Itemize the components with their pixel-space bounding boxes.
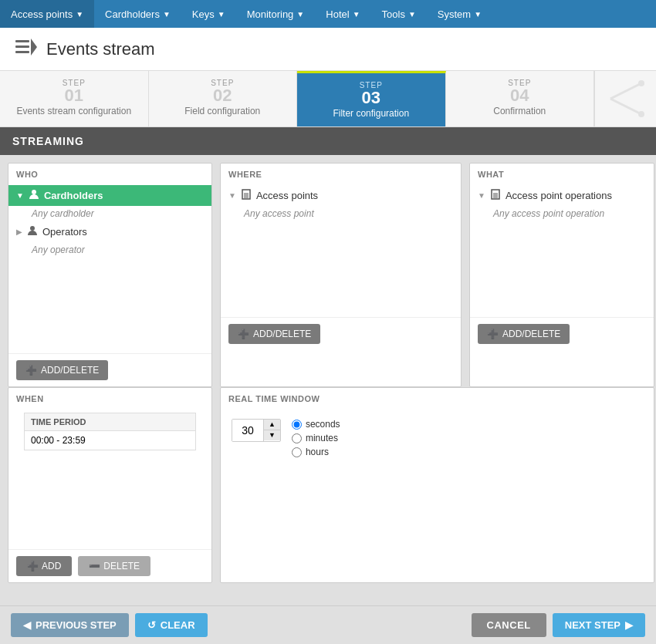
svg-line-4	[610, 83, 641, 99]
nav-monitoring-label: Monitoring	[247, 8, 294, 20]
cardholders-arrow-icon: ▼	[16, 191, 24, 200]
previous-step-button[interactable]: ◀ PREVIOUS STEP	[11, 613, 129, 637]
operators-label: Operators	[42, 226, 87, 238]
what-add-delete-button[interactable]: ➕ ADD/DELETE	[478, 324, 570, 344]
nav-system[interactable]: System ▼	[427, 0, 492, 28]
when-header: WHEN	[8, 388, 211, 406]
when-delete-minus-icon: ➖	[89, 561, 100, 572]
step-1-name: Events stream configuration	[6, 106, 142, 116]
nav-system-label: System	[438, 8, 471, 20]
rtw-minutes-label: minutes	[306, 433, 338, 443]
who-add-delete-button[interactable]: ➕ ADD/DELETE	[16, 360, 108, 380]
what-ap-operations-label: Access point operations	[506, 190, 612, 201]
who-footer: ➕ ADD/DELETE	[8, 353, 211, 386]
next-arrow-icon: ▶	[625, 619, 633, 631]
where-arrow-icon: ▼	[228, 191, 236, 200]
rtw-hours-label: hours	[306, 447, 329, 457]
nav-access-points-arrow: ▼	[76, 10, 83, 19]
bottom-right-actions: CANCEL NEXT STEP ▶	[472, 613, 645, 637]
section-header: STREAMING	[0, 127, 656, 155]
where-add-delete-plus-icon: ➕	[238, 329, 249, 339]
step-3[interactable]: STEP 03 Filter configuration	[297, 71, 446, 126]
page-title: Events stream	[46, 39, 155, 59]
rtw-radio-group: seconds minutes hours	[292, 419, 340, 457]
clear-icon: ↺	[147, 619, 156, 631]
rtw-increment-button[interactable]: ▲	[264, 420, 280, 430]
what-body: ▼ Access point operations Any access poi…	[470, 182, 654, 317]
nav-tools-label: Tools	[382, 8, 405, 20]
where-add-delete-button[interactable]: ➕ ADD/DELETE	[228, 324, 320, 344]
svg-rect-0	[15, 40, 29, 42]
svg-marker-3	[31, 39, 37, 56]
main-content-area[interactable]: WHO ▼ Cardholders Any cardholder ▶ Opera…	[0, 155, 656, 611]
operators-person-icon	[27, 225, 38, 238]
step-4[interactable]: STEP 04 Confirmation	[446, 71, 595, 126]
rtw-minutes-option[interactable]: minutes	[292, 433, 340, 443]
nav-monitoring[interactable]: Monitoring ▼	[236, 0, 316, 28]
nav-cardholders-label: Cardholders	[105, 8, 160, 20]
svg-line-5	[610, 99, 641, 114]
rtw-seconds-radio[interactable]	[292, 420, 302, 430]
step-1[interactable]: STEP 01 Events stream configuration	[0, 71, 149, 126]
rtw-spinner-buttons: ▲ ▼	[263, 420, 280, 441]
nav-cardholders[interactable]: Cardholders ▼	[94, 0, 181, 28]
what-door-icon	[490, 189, 501, 202]
nav-access-points[interactable]: Access points ▼	[0, 0, 94, 28]
time-period-table: TIME PERIOD 00:00 - 23:59	[24, 413, 196, 450]
rtw-hours-radio[interactable]	[292, 447, 302, 457]
any-access-point-label: Any access point	[221, 206, 461, 221]
nav-hotel-arrow: ▼	[353, 10, 360, 19]
rtw-hours-option[interactable]: hours	[292, 447, 340, 457]
svg-rect-13	[493, 193, 498, 198]
nav-monitoring-arrow: ▼	[296, 10, 304, 19]
step-icon-area	[594, 71, 656, 126]
who-header: WHO	[8, 164, 211, 182]
step-2[interactable]: STEP 02 Field configuration	[149, 71, 298, 126]
rtw-seconds-option[interactable]: seconds	[292, 419, 340, 430]
step-1-number: 01	[6, 87, 142, 104]
who-cardholders-item[interactable]: ▼ Cardholders	[8, 185, 211, 206]
where-door-icon	[241, 189, 252, 202]
nav-keys-arrow: ▼	[218, 10, 225, 19]
rtw-value-input[interactable]	[232, 420, 263, 441]
who-operators-item[interactable]: ▶ Operators	[8, 221, 211, 242]
bottom-left-actions: ◀ PREVIOUS STEP ↺ CLEAR	[11, 613, 208, 637]
step-3-name: Filter configuration	[303, 108, 439, 119]
when-delete-button[interactable]: ➖ DELETE	[78, 556, 150, 576]
when-add-label: ADD	[42, 561, 61, 572]
nav-tools[interactable]: Tools ▼	[371, 0, 427, 28]
step-4-name: Confirmation	[452, 106, 588, 116]
cancel-button[interactable]: CANCEL	[472, 613, 546, 637]
svg-point-7	[638, 111, 644, 117]
nav-access-points-label: Access points	[11, 8, 73, 20]
when-table-wrapper: TIME PERIOD 00:00 - 23:59	[8, 406, 211, 457]
time-period-col-header: TIME PERIOD	[25, 413, 196, 431]
who-spacer	[8, 258, 211, 350]
cancel-label: CANCEL	[487, 619, 531, 631]
prev-arrow-icon: ◀	[23, 619, 31, 631]
what-ap-operations-item[interactable]: ▼ Access point operations	[470, 185, 654, 206]
when-delete-label: DELETE	[103, 561, 140, 572]
rtw-panel: REAL TIME WINDOW ▲ ▼ seconds	[220, 387, 654, 583]
nav-hotel[interactable]: Hotel ▼	[315, 0, 370, 28]
table-row[interactable]: 00:00 - 23:59	[25, 431, 196, 450]
any-ap-operation-label: Any access point operation	[470, 206, 654, 221]
when-add-plus-icon: ➕	[27, 561, 39, 572]
steps-bar: STEP 01 Events stream configuration STEP…	[0, 71, 656, 127]
cardholders-label: Cardholders	[44, 190, 103, 201]
rtw-minutes-radio[interactable]	[292, 433, 302, 443]
when-empty-space	[8, 457, 211, 549]
svg-rect-11	[244, 193, 249, 198]
what-panel: WHAT ▼ Access point operations Any acces…	[469, 163, 654, 387]
rtw-spinner[interactable]: ▲ ▼	[232, 419, 281, 442]
rtw-decrement-button[interactable]: ▼	[264, 430, 280, 440]
step-3-number: 03	[303, 89, 439, 106]
when-add-button[interactable]: ➕ ADD	[16, 556, 72, 576]
clear-button[interactable]: ↺ CLEAR	[135, 613, 208, 637]
nav-hotel-label: Hotel	[326, 8, 349, 20]
svg-point-8	[32, 190, 36, 194]
svg-point-9	[30, 226, 35, 231]
where-access-points-item[interactable]: ▼ Access points	[221, 185, 461, 206]
nav-keys[interactable]: Keys ▼	[181, 0, 236, 28]
next-step-button[interactable]: NEXT STEP ▶	[553, 613, 645, 637]
